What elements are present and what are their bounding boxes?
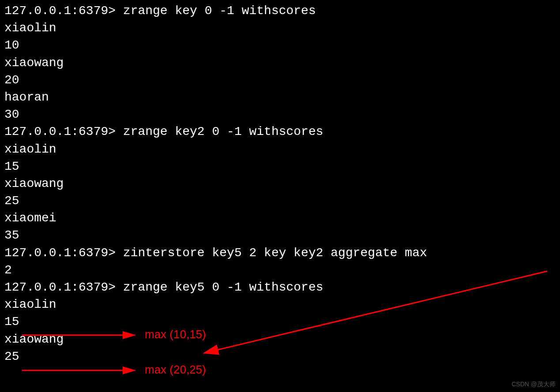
terminal-output: 127.0.0.1:6379> zrange key 0 -1 withscor… [4, 2, 556, 365]
command-text: zrange key 0 -1 withscores [123, 4, 316, 18]
prompt: 127.0.0.1:6379> [4, 125, 123, 138]
output-line: 15 [4, 313, 556, 330]
command-line-3: 127.0.0.1:6379> zinterstore key5 2 key k… [4, 244, 556, 261]
output-line: xiaowang [4, 175, 556, 192]
output-line: 2 [4, 261, 556, 279]
output-line: 35 [4, 227, 556, 244]
output-line: 25 [4, 192, 556, 209]
command-text: zinterstore key5 2 key key2 aggregate ma… [123, 246, 427, 260]
output-line: 25 [4, 348, 556, 365]
prompt: 127.0.0.1:6379> [4, 4, 123, 18]
annotation-arrow-2 [22, 364, 141, 377]
output-line: xiaomei [4, 209, 556, 227]
output-line: xiaolin [4, 296, 556, 313]
command-line-2: 127.0.0.1:6379> zrange key2 0 -1 withsco… [4, 123, 556, 140]
annotation-label-1: max (10,15) [145, 328, 206, 341]
command-line-4: 127.0.0.1:6379> zrange key5 0 -1 withsco… [4, 279, 556, 296]
prompt: 127.0.0.1:6379> [4, 280, 123, 294]
output-line: 30 [4, 106, 556, 123]
output-line: xiaowang [4, 331, 556, 348]
command-text: zrange key5 0 -1 withscores [123, 280, 323, 294]
command-text: zrange key2 0 -1 withscores [123, 125, 323, 138]
annotation-label-2: max (20,25) [145, 363, 206, 377]
output-line: xiaolin [4, 19, 556, 37]
output-line: haoran [4, 89, 556, 106]
output-line: 20 [4, 71, 556, 89]
prompt: 127.0.0.1:6379> [4, 246, 123, 260]
output-line: xiaowang [4, 54, 556, 71]
output-line: xiaolin [4, 141, 556, 158]
output-line: 15 [4, 158, 556, 175]
output-line: 10 [4, 37, 556, 54]
command-line-1: 127.0.0.1:6379> zrange key 0 -1 withscor… [4, 2, 556, 19]
watermark: CSDN @茂大师 [511, 381, 556, 388]
